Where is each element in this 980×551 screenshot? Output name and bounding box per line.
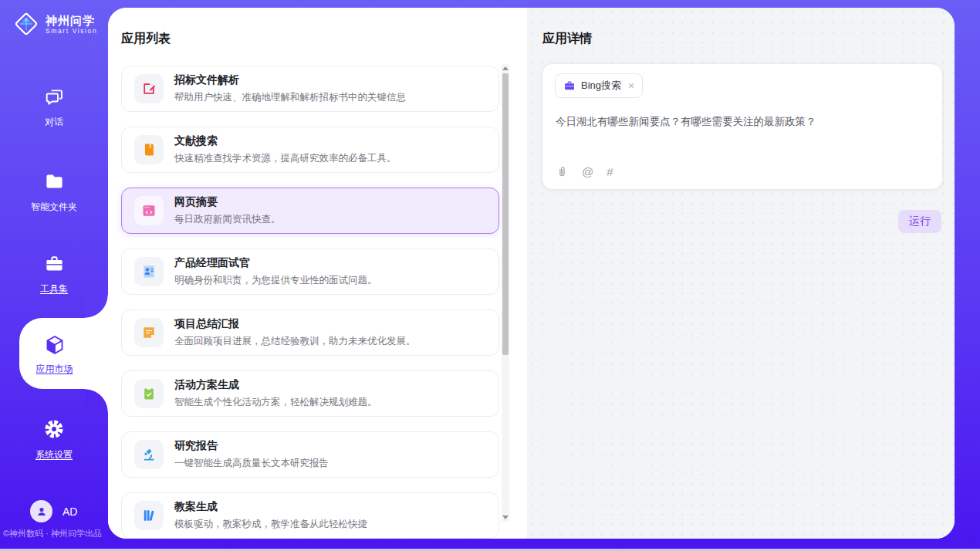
app-name: 教案生成 [174, 500, 367, 514]
app-detail-panel: 应用详情 Bing搜索 × 今日湖北有哪些新闻要点？有哪些需要关注的最新政策？ … [527, 8, 955, 539]
sidebar-item-smart-folder[interactable]: 智能文件夹 [0, 171, 108, 214]
prompt-card: Bing搜索 × 今日湖北有哪些新闻要点？有哪些需要关注的最新政策？ @ # [542, 63, 943, 190]
avatar [30, 500, 52, 522]
chat-icon [44, 86, 65, 107]
main-shell: 应用列表 招标文件解析 帮助用户快速、准确地理解和解析招标书中的关键信息 [108, 8, 955, 539]
scrollbar-thumb[interactable] [502, 73, 509, 355]
paperclip-icon[interactable] [556, 165, 569, 178]
toolbox-icon [44, 253, 65, 274]
sidebar-item-label: 工具集 [0, 282, 108, 296]
run-row: 运行 [898, 210, 941, 233]
brand-logo: 神州问学 Smart Vision [12, 10, 97, 38]
app-list: 招标文件解析 帮助用户快速、准确地理解和解析招标书中的关键信息 文献搜索 快速精… [121, 66, 499, 539]
brand-name: 神州问学 [46, 14, 97, 27]
list-item-pm-interviewer[interactable]: 产品经理面试官 明确身份和职责，为您提供专业性的面试问题。 [121, 248, 499, 295]
app-desc: 智能生成个性化活动方案，轻松解决规划难题。 [174, 396, 377, 409]
query-text[interactable]: 今日湖北有哪些新闻要点？有哪些需要关注的最新政策？ [556, 115, 929, 129]
app-name: 文献搜索 [174, 134, 397, 148]
sidebar-item-label: 对话 [0, 116, 108, 129]
list-item-project-summary[interactable]: 项目总结汇报 全面回顾项目进展，总结经验教训，助力未来优化发展。 [121, 309, 499, 356]
list-item-lesson-plan[interactable]: 教案生成 模板驱动，教案秒成，教学准备从此轻松快捷 [121, 492, 499, 539]
app-root: { "brand": { "name": "神州问学", "tagline": … [0, 0, 980, 551]
pen-square-icon [141, 81, 157, 96]
scroll-down-arrow-icon[interactable] [502, 516, 509, 519]
books-icon [141, 508, 157, 523]
gear-icon [43, 418, 65, 440]
brand-diamond-icon [12, 10, 40, 38]
app-desc: 模板驱动，教案秒成，教学准备从此轻松快捷 [174, 518, 367, 531]
note-icon [141, 325, 157, 340]
app-desc: 全面回顾项目进展，总结经验教训，助力未来优化发展。 [174, 335, 416, 348]
app-list-title: 应用列表 [121, 31, 171, 47]
browser-code-icon [141, 203, 157, 218]
app-name: 研究报告 [174, 439, 329, 453]
sidebar: 神州问学 Smart Vision 对话 智能文件夹 工具集 [0, 0, 108, 551]
sidebar-item-chat[interactable]: 对话 [0, 86, 108, 129]
copyright-footer: ©神州数码 · 神州问学出品 [3, 528, 108, 539]
sidebar-item-settings[interactable]: 系统设置 [0, 418, 108, 461]
person-icon [35, 505, 49, 519]
sidebar-item-label: 系统设置 [0, 448, 108, 461]
composer-toolbar: @ # [556, 165, 613, 178]
sidebar-item-label: 智能文件夹 [0, 201, 108, 214]
at-icon[interactable]: @ [582, 165, 593, 178]
app-name: 网页摘要 [174, 195, 281, 209]
run-button[interactable]: 运行 [898, 210, 941, 233]
list-scrollbar[interactable] [502, 64, 509, 522]
microscope-icon [141, 447, 157, 462]
sidebar-item-toolset[interactable]: 工具集 [0, 253, 108, 296]
user-account[interactable]: AD [30, 500, 77, 522]
briefcase-icon [563, 79, 576, 92]
tool-chip-bing-search[interactable]: Bing搜索 × [555, 73, 643, 98]
list-item-activity-plan[interactable]: 活动方案生成 智能生成个性化活动方案，轻松解决规划难题。 [121, 370, 499, 417]
app-desc: 帮助用户快速、准确地理解和解析招标书中的关键信息 [174, 91, 406, 104]
interviewer-icon [141, 264, 157, 279]
scroll-up-arrow-icon[interactable] [502, 66, 509, 70]
tool-chip-label: Bing搜索 [581, 79, 621, 93]
app-desc: 明确身份和职责，为您提供专业性的面试问题。 [174, 274, 377, 287]
user-name: AD [63, 505, 77, 518]
app-name: 活动方案生成 [174, 378, 377, 392]
sidebar-item-app-market[interactable]: 应用市场 [19, 318, 110, 389]
app-desc: 一键智能生成高质量长文本研究报告 [174, 457, 329, 470]
app-name: 招标文件解析 [174, 73, 406, 87]
folder-icon [44, 171, 65, 192]
clipboard-check-icon [141, 386, 157, 401]
brand-tagline: Smart Vision [46, 27, 97, 35]
list-item-literature-search[interactable]: 文献搜索 快速精准查找学术资源，提高研究效率的必备工具。 [121, 127, 499, 173]
hash-icon[interactable]: # [607, 165, 613, 178]
list-item-web-summary[interactable]: 网页摘要 每日政府新闻资讯快查。 [121, 188, 499, 234]
app-detail-title: 应用详情 [542, 31, 592, 47]
app-name: 产品经理面试官 [174, 256, 377, 270]
list-item-research-report[interactable]: 研究报告 一键智能生成高质量长文本研究报告 [121, 431, 499, 478]
app-list-panel: 应用列表 招标文件解析 帮助用户快速、准确地理解和解析招标书中的关键信息 [108, 8, 527, 539]
list-item-bid-analysis[interactable]: 招标文件解析 帮助用户快速、准确地理解和解析招标书中的关键信息 [121, 66, 499, 112]
sidebar-item-label: 应用市场 [19, 363, 90, 376]
app-desc: 快速精准查找学术资源，提高研究效率的必备工具。 [174, 152, 397, 165]
app-name: 项目总结汇报 [174, 317, 416, 331]
app-desc: 每日政府新闻资讯快查。 [174, 213, 281, 226]
cube-icon [43, 333, 66, 357]
chip-close-icon[interactable]: × [628, 80, 634, 91]
book-icon [141, 142, 157, 157]
